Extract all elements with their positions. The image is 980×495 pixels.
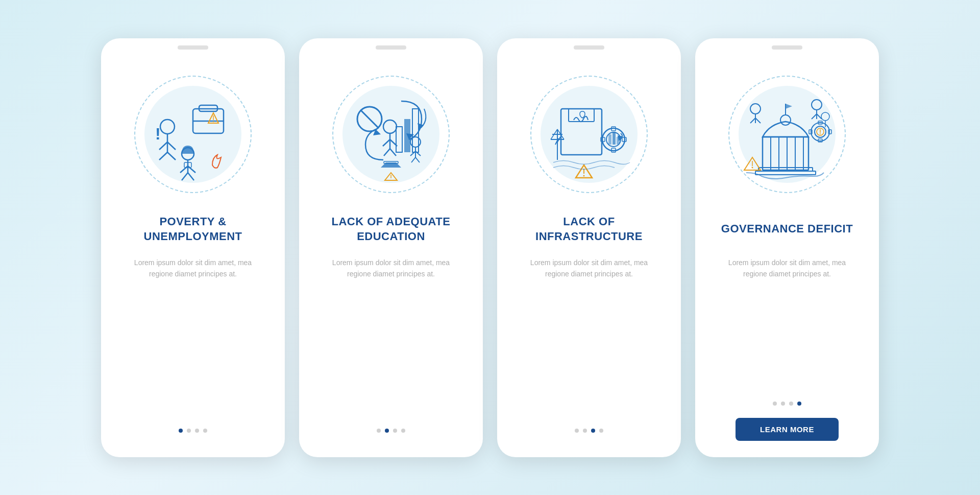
svg-point-28 — [383, 120, 397, 133]
pagination-dots-education — [377, 429, 405, 433]
dot-2[interactable] — [583, 429, 587, 433]
card-education: LACK OF ADEQUATEEDUCATION Lorem ipsum do… — [299, 38, 483, 457]
dot-3[interactable] — [195, 429, 199, 433]
svg-line-18 — [188, 173, 194, 180]
card-governance: GOVERNANCE DEFICIT Lorem ipsum dolor sit… — [695, 38, 879, 457]
card-governance-title: GOVERNANCE DEFICIT — [721, 211, 853, 248]
svg-rect-24 — [396, 127, 402, 152]
svg-rect-45 — [569, 109, 594, 122]
education-illustration — [335, 78, 447, 191]
svg-point-83 — [821, 112, 829, 121]
dot-4[interactable] — [797, 402, 801, 406]
illustration-poverty: ! — [127, 68, 259, 201]
svg-line-33 — [390, 149, 396, 156]
svg-marker-74 — [786, 104, 792, 109]
svg-line-77 — [750, 118, 755, 123]
dot-4[interactable] — [401, 429, 405, 433]
svg-point-72 — [780, 115, 791, 125]
svg-point-96 — [752, 167, 753, 168]
card-infrastructure: LACK OFINFRASTRUCTURE Lorem ipsum dolor … — [497, 38, 681, 457]
svg-line-30 — [383, 139, 390, 146]
svg-rect-26 — [412, 109, 419, 152]
dot-1[interactable] — [377, 429, 381, 433]
svg-line-17 — [182, 173, 188, 180]
svg-line-32 — [384, 149, 390, 156]
infrastructure-illustration — [533, 78, 645, 191]
svg-line-9 — [167, 142, 176, 150]
card-poverty: ! POVERTY & UNEMPLOYMENT Lorem ipsum dol… — [101, 38, 285, 457]
card-infrastructure-body: Lorem ipsum dolor sit dim amet, mea regi… — [512, 257, 666, 416]
svg-line-78 — [755, 118, 761, 123]
svg-line-11 — [167, 152, 176, 160]
card-infrastructure-title: LACK OFINFRASTRUCTURE — [535, 211, 643, 248]
pagination-dots-governance — [773, 402, 801, 406]
illustration-education — [325, 68, 457, 201]
svg-point-63 — [583, 175, 585, 176]
illustration-infrastructure — [523, 68, 655, 201]
cards-container: ! POVERTY & UNEMPLOYMENT Lorem ipsum dol… — [81, 18, 899, 478]
dot-1[interactable] — [773, 402, 777, 406]
svg-rect-57 — [608, 134, 611, 145]
dot-2[interactable] — [781, 402, 785, 406]
dot-3[interactable] — [591, 429, 595, 433]
dot-4[interactable] — [599, 429, 603, 433]
svg-line-43 — [415, 157, 420, 162]
svg-line-42 — [411, 157, 415, 162]
dot-1[interactable] — [179, 429, 183, 433]
governance-illustration — [731, 78, 843, 191]
poverty-illustration: ! — [137, 78, 249, 191]
dot-2[interactable] — [187, 429, 191, 433]
dot-1[interactable] — [575, 429, 579, 433]
card-poverty-title: POVERTY & UNEMPLOYMENT — [116, 211, 270, 248]
svg-point-6 — [160, 120, 175, 134]
svg-rect-25 — [404, 119, 410, 152]
card-education-title: LACK OF ADEQUATEEDUCATION — [332, 211, 451, 248]
svg-line-10 — [159, 152, 167, 160]
svg-rect-58 — [612, 132, 616, 145]
learn-more-button[interactable]: LEARN MORE — [736, 418, 839, 441]
dot-2[interactable] — [385, 429, 389, 433]
svg-point-79 — [812, 100, 822, 110]
pagination-dots-infrastructure — [575, 429, 603, 433]
illustration-governance — [721, 68, 853, 201]
card-poverty-body: Lorem ipsum dolor sit dim amet, mea regi… — [116, 257, 270, 416]
svg-rect-64 — [763, 137, 808, 170]
dot-4[interactable] — [203, 429, 207, 433]
svg-point-93 — [820, 133, 821, 134]
pagination-dots-poverty — [179, 429, 207, 433]
svg-rect-71 — [755, 171, 816, 175]
svg-text:!: ! — [155, 125, 161, 143]
card-education-body: Lorem ipsum dolor sit dim amet, mea regi… — [314, 257, 468, 416]
svg-line-21 — [360, 110, 379, 128]
svg-point-5 — [213, 121, 214, 122]
card-governance-body: Lorem ipsum dolor sit dim amet, mea regi… — [710, 257, 864, 389]
svg-rect-44 — [561, 109, 602, 155]
dot-3[interactable] — [393, 429, 397, 433]
svg-line-8 — [159, 142, 167, 150]
svg-line-81 — [812, 114, 817, 119]
svg-point-75 — [750, 104, 761, 114]
dot-3[interactable] — [789, 402, 793, 406]
